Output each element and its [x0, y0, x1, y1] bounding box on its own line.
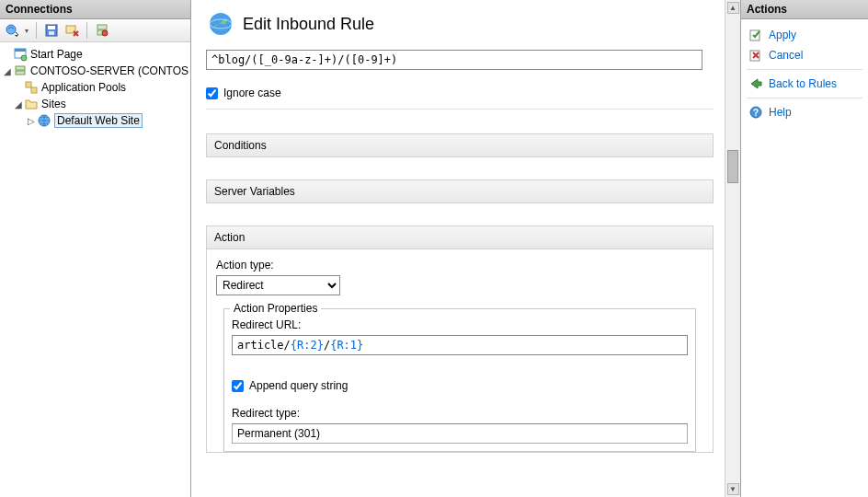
page-title-row: Edit Inbound Rule [208, 11, 714, 37]
redirect-url-input[interactable]: article/{R:2}/{R:1} [232, 335, 688, 355]
action-label: Cancel [769, 49, 803, 62]
server-vars-section[interactable]: Server Variables [206, 179, 714, 203]
connections-panel: Connections ▾ Start Page ◢ CONTOSO-SERVE… [0, 0, 191, 497]
conditions-section[interactable]: Conditions [206, 133, 714, 157]
tree-label: Start Page [30, 48, 83, 61]
rule-globe-icon [208, 11, 234, 37]
start-page-icon [13, 47, 28, 62]
tree-label: Default Web Site [54, 113, 143, 128]
svg-point-19 [210, 13, 232, 35]
collapse-icon[interactable]: ◢ [13, 99, 24, 110]
redirect-type-select[interactable]: Permanent (301) [232, 423, 688, 444]
ignore-case-label: Ignore case [223, 87, 281, 99]
help-action[interactable]: ? Help [745, 102, 864, 122]
svg-point-10 [102, 30, 108, 36]
tree-label: Application Pools [41, 81, 126, 94]
apply-icon [748, 28, 763, 42]
svg-text:?: ? [753, 108, 759, 118]
page-title: Edit Inbound Rule [243, 15, 374, 34]
cancel-icon [748, 48, 763, 63]
tree-default-site[interactable]: ▷ Default Web Site [0, 112, 190, 129]
svg-rect-14 [16, 66, 25, 70]
globe-icon [37, 113, 51, 128]
svg-rect-16 [26, 82, 31, 87]
svg-marker-1 [15, 35, 18, 37]
server-icon[interactable] [95, 23, 109, 38]
server-node-icon [13, 64, 28, 78]
vertical-scrollbar[interactable]: ▲ ▼ [725, 0, 740, 497]
tree-start-page[interactable]: Start Page [0, 46, 190, 63]
svg-rect-4 [49, 31, 54, 35]
action-properties-fieldset: Action Properties Redirect URL: article/… [223, 308, 696, 452]
scroll-thumb[interactable] [727, 150, 738, 183]
svg-rect-15 [16, 71, 25, 75]
help-icon: ? [748, 105, 763, 120]
redirect-type-label: Redirect type: [232, 407, 688, 420]
action-label: Back to Rules [769, 77, 837, 90]
action-label: Help [769, 106, 792, 119]
svg-point-13 [21, 55, 27, 61]
globe-nav-icon[interactable] [5, 23, 19, 38]
action-section[interactable]: Action [206, 225, 714, 249]
center-panel: Edit Inbound Rule Ignore case Conditions… [191, 0, 741, 497]
apply-action[interactable]: Apply [745, 25, 864, 45]
svg-rect-8 [97, 25, 107, 29]
append-qs-label: Append query string [249, 379, 348, 392]
tree-app-pools[interactable]: Application Pools [0, 79, 190, 96]
actions-panel: Actions Apply Cancel Back to Rules ? Hel… [741, 0, 868, 497]
app-pools-icon [24, 80, 39, 95]
redirect-url-label: Redirect URL: [232, 318, 688, 331]
sites-folder-icon [24, 97, 39, 111]
svg-point-0 [6, 25, 16, 34]
svg-rect-17 [31, 87, 37, 93]
svg-rect-12 [15, 49, 26, 52]
ignore-case-checkbox[interactable] [206, 87, 218, 99]
tree-server[interactable]: ◢ CONTOSO-SERVER (CONTOS [0, 63, 190, 79]
action-label: Apply [769, 29, 796, 41]
tree-label: Sites [41, 98, 66, 110]
connections-tree: Start Page ◢ CONTOSO-SERVER (CONTOS Appl… [0, 42, 190, 133]
expand-icon[interactable]: ▷ [26, 116, 37, 126]
pattern-input[interactable] [206, 50, 702, 70]
tree-label: CONTOSO-SERVER (CONTOS [30, 64, 188, 77]
back-arrow-icon [748, 76, 763, 91]
connections-header: Connections [0, 0, 190, 19]
actions-header: Actions [741, 0, 868, 19]
back-to-rules-action[interactable]: Back to Rules [745, 74, 864, 94]
append-qs-checkbox[interactable] [232, 380, 244, 392]
scroll-down-icon[interactable]: ▼ [727, 483, 739, 495]
action-group: Action type: Redirect Action Properties … [206, 249, 714, 453]
cancel-action[interactable]: Cancel [745, 45, 864, 65]
action-properties-legend: Action Properties [230, 302, 321, 315]
tree-sites[interactable]: ◢ Sites [0, 96, 190, 112]
action-type-label: Action type: [216, 259, 703, 272]
action-type-select[interactable]: Redirect [216, 275, 340, 295]
save-icon[interactable] [44, 23, 59, 38]
connections-toolbar: ▾ [0, 19, 190, 42]
scroll-up-icon[interactable]: ▲ [727, 2, 739, 14]
collapse-icon[interactable]: ◢ [2, 66, 13, 76]
svg-rect-3 [48, 26, 55, 29]
remove-connection-icon[interactable] [64, 23, 79, 38]
